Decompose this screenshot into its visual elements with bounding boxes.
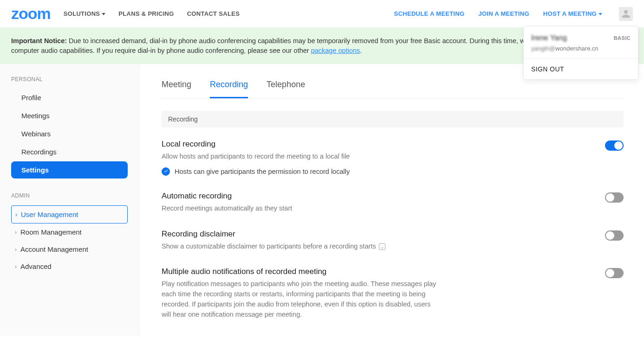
sidebar: PERSONAL Profile Meetings Webinars Recor… [0,64,139,336]
setting-desc: Show a customizable disclaimer to partic… [162,242,385,252]
nav-right: SCHEDULE A MEETING JOIN A MEETING HOST A… [394,7,633,21]
nav-solutions[interactable]: SOLUTIONS [64,10,106,17]
setting-desc: Allow hosts and participants to record t… [162,152,350,162]
setting-title: Multiple audio notifications of recorded… [162,267,440,276]
chevron-right-icon: › [15,229,17,236]
user-icon [621,9,631,19]
setting-title: Recording disclaimer [162,230,385,239]
tab-telephone[interactable]: Telephone [267,77,305,98]
nav-join-meeting[interactable]: JOIN A MEETING [478,10,529,17]
chevron-down-icon [102,13,105,15]
sub-option-hosts-give-permission[interactable]: Hosts can give participants the permissi… [162,167,350,176]
sidebar-item-room-management[interactable]: ›Room Management [11,223,128,241]
setting-multiple-audio-notifications: Multiple audio notifications of recorded… [162,255,624,323]
notice-body2: . [360,47,362,54]
chevron-right-icon: › [15,246,17,253]
top-nav: zoom SOLUTIONS PLANS & PRICING CONTACT S… [0,0,644,28]
user-info: Irene Yang BASIC yangth@wondershare.cn [524,26,638,59]
setting-desc: Record meetings automatically as they st… [162,204,292,214]
user-dropdown: Irene Yang BASIC yangth@wondershare.cn S… [523,26,638,80]
sub-option-label: Hosts can give participants the permissi… [175,168,350,175]
main-layout: PERSONAL Profile Meetings Webinars Recor… [0,64,644,336]
main-content: Meeting Recording Telephone Recording Lo… [139,64,644,336]
setting-automatic-recording: Automatic recording Record meetings auto… [162,179,624,217]
setting-title: Automatic recording [162,191,292,201]
nav-left: SOLUTIONS PLANS & PRICING CONTACT SALES [64,10,240,17]
sign-out-button[interactable]: SIGN OUT [524,59,638,79]
chevron-right-icon: › [15,263,17,270]
tab-meeting[interactable]: Meeting [162,77,191,98]
sidebar-item-recordings[interactable]: Recordings [11,143,128,160]
info-icon[interactable]: ⌄ [379,243,385,250]
user-email: yangth@wondershare.cn [531,45,631,52]
setting-desc: Play notification messages to participan… [162,279,440,319]
avatar[interactable] [619,7,633,21]
setting-recording-disclaimer: Recording disclaimer Show a customizable… [162,217,624,255]
sidebar-item-meetings[interactable]: Meetings [11,107,128,124]
sidebar-label-admin: ADMIN [11,192,128,199]
toggle-recording-disclaimer[interactable] [605,230,624,241]
nav-contact-sales[interactable]: CONTACT SALES [187,10,240,17]
notice-link[interactable]: package options [311,47,360,54]
sidebar-item-account-management[interactable]: ›Account Management [11,241,128,258]
sidebar-label-personal: PERSONAL [11,76,128,83]
user-plan-badge: BASIC [614,35,631,41]
sidebar-item-webinars[interactable]: Webinars [11,125,128,142]
section-header-recording: Recording [162,111,624,128]
toggle-automatic-recording[interactable] [605,192,624,203]
nav-plans-pricing[interactable]: PLANS & PRICING [118,10,174,17]
tabs: Meeting Recording Telephone [162,77,624,99]
nav-host-meeting[interactable]: HOST A MEETING [543,10,602,17]
user-name: Irene Yang [531,34,567,42]
nav-schedule-meeting[interactable]: SCHEDULE A MEETING [394,10,465,17]
notice-strong: Important Notice: [11,37,67,45]
setting-local-recording: Local recording Allow hosts and particip… [162,128,624,179]
toggle-multiple-audio-notifications[interactable] [605,268,624,278]
chevron-right-icon: › [15,211,17,218]
sidebar-item-profile[interactable]: Profile [11,89,128,106]
toggle-local-recording[interactable] [605,140,624,151]
sidebar-item-user-management[interactable]: ›User Management [11,205,128,223]
chevron-down-icon [598,13,602,15]
sidebar-item-advanced[interactable]: ›Advanced [11,258,128,275]
tab-recording[interactable]: Recording [210,77,248,98]
checkmark-icon [162,167,170,176]
logo[interactable]: zoom [11,5,51,23]
setting-title: Local recording [162,140,350,149]
sidebar-item-settings[interactable]: Settings [11,161,128,179]
